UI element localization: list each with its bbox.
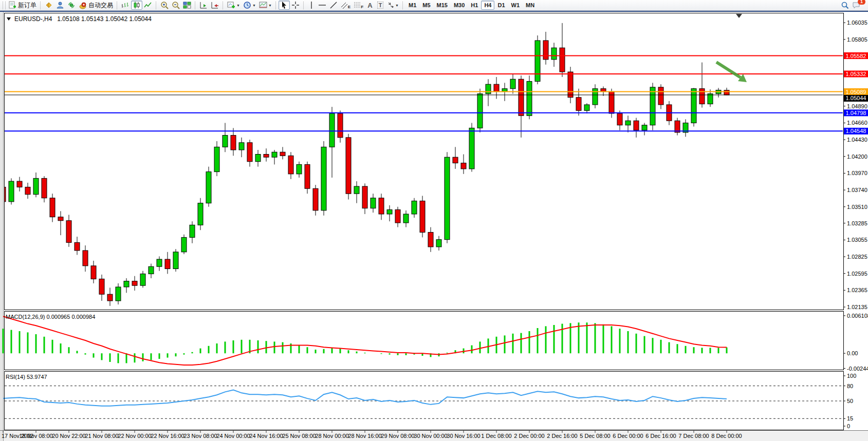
- toolbar-grip[interactable]: [3, 2, 6, 9]
- text-label-tool-icon: T: [377, 2, 384, 9]
- timeframe-buttons: M1M5M15M30H1H4D1W1MN: [405, 1, 538, 10]
- rsi-indicator-label: RSI(14) 53.9747: [6, 374, 47, 380]
- line-chart-icon: [144, 1, 152, 9]
- tile-windows-button[interactable]: [181, 1, 193, 10]
- line-chart-button[interactable]: [142, 1, 154, 10]
- timeframe-button-D1[interactable]: D1: [494, 1, 508, 10]
- svg-text:28 Nov 00:00: 28 Nov 00:00: [315, 433, 348, 439]
- svg-text:1 Dec 08:00: 1 Dec 08:00: [481, 433, 511, 439]
- arrows-tool-icon: [387, 1, 394, 9]
- svg-text:24 Nov 00:00: 24 Nov 00:00: [216, 433, 250, 439]
- timeframe-button-M1[interactable]: M1: [405, 1, 419, 10]
- bar-chart-icon: [121, 1, 130, 9]
- channel-tool-button[interactable]: E: [339, 1, 352, 10]
- timeframe-button-MN[interactable]: MN: [523, 1, 538, 10]
- template-dropdown-icon: ▼: [268, 4, 272, 7]
- crosshair-tool-button[interactable]: [290, 1, 301, 10]
- market-watch-icon: [45, 1, 53, 9]
- chart-window: 1.060351.058051.048901.046601.044301.042…: [0, 11, 868, 441]
- candlestick-chart-icon: [133, 1, 141, 9]
- channel-icon: [341, 1, 348, 9]
- svg-text:1.04430: 1.04430: [847, 137, 867, 143]
- svg-text:29 Nov 08:00: 29 Nov 08:00: [381, 433, 414, 439]
- chart-dropdown-icon[interactable]: [7, 17, 11, 21]
- svg-text:23 Nov 08:00: 23 Nov 08:00: [183, 433, 217, 439]
- zoom-out-button[interactable]: [170, 1, 181, 10]
- zoom-in-button[interactable]: [159, 1, 170, 10]
- svg-text:1.02365: 1.02365: [847, 287, 867, 293]
- vertical-line-tool-button[interactable]: [306, 1, 317, 10]
- chart-ohlc-values: 1.05108 1.05143 1.05042 1.05044: [57, 15, 152, 23]
- svg-text:25 Nov 08:00: 25 Nov 08:00: [282, 433, 316, 439]
- svg-text:22 Nov 00:00: 22 Nov 00:00: [118, 433, 151, 439]
- svg-text:1.04660: 1.04660: [847, 120, 867, 126]
- arrows-tool-button[interactable]: ▼: [385, 1, 400, 10]
- chart-canvas[interactable]: 1.060351.058051.048901.046601.044301.042…: [0, 12, 868, 441]
- auto-scroll-icon: [199, 1, 208, 9]
- svg-text:1.05582: 1.05582: [846, 53, 866, 59]
- svg-text:28 Nov 16:00: 28 Nov 16:00: [348, 433, 381, 439]
- new-order-button[interactable]: 新订单: [7, 1, 38, 10]
- cursor-tool-button[interactable]: [279, 1, 290, 10]
- fibonacci-tool-button[interactable]: F: [352, 1, 365, 10]
- svg-text:15: 15: [847, 415, 853, 421]
- svg-text:1.05089: 1.05089: [846, 89, 866, 95]
- svg-text:0: 0: [847, 423, 850, 429]
- new-order-label: 新订单: [18, 1, 36, 10]
- svg-text:80: 80: [847, 383, 853, 389]
- svg-text:0.006108: 0.006108: [847, 313, 868, 319]
- svg-text:2 Dec 00:00: 2 Dec 00:00: [514, 433, 544, 439]
- svg-text:0.00: 0.00: [847, 350, 858, 356]
- svg-text:8 Dec 00:00: 8 Dec 00:00: [711, 433, 742, 439]
- notifications-button[interactable]: 1: [851, 1, 862, 10]
- svg-text:1.03510: 1.03510: [847, 204, 867, 210]
- cursor-icon: [280, 1, 288, 9]
- svg-text:24 Nov 16:00: 24 Nov 16:00: [249, 433, 283, 439]
- text-tool-button[interactable]: A: [365, 1, 375, 10]
- trendline-tool-button[interactable]: [328, 1, 339, 10]
- text-tool-icon: A: [367, 2, 372, 9]
- svg-text:1.03970: 1.03970: [847, 170, 867, 176]
- market-watch-button[interactable]: [43, 1, 54, 10]
- new-chart-dropdown-icon: ▼: [236, 4, 240, 7]
- svg-text:20 Nov 22:00: 20 Nov 22:00: [52, 433, 85, 439]
- auto-scroll-button[interactable]: [198, 1, 209, 10]
- timeframe-button-M5[interactable]: M5: [419, 1, 433, 10]
- svg-text:50: 50: [847, 398, 853, 404]
- timeframe-button-H1[interactable]: H1: [468, 1, 481, 10]
- profiles-dropdown-icon: ▼: [252, 4, 256, 7]
- timeframe-button-M15[interactable]: M15: [434, 1, 451, 10]
- crosshair-icon: [291, 1, 300, 9]
- svg-text:1.04548: 1.04548: [846, 128, 866, 134]
- tile-windows-icon: [183, 1, 191, 9]
- svg-text:1.04890: 1.04890: [847, 103, 867, 109]
- template-button[interactable]: ▼: [257, 1, 273, 10]
- auto-trading-button[interactable]: 自动交易: [77, 1, 115, 10]
- profiles-button[interactable]: ▼: [242, 1, 257, 10]
- chart-title-bar: EURUSD-,H4 1.05108 1.05143 1.05042 1.050…: [7, 15, 152, 23]
- svg-text:100: 100: [847, 373, 856, 379]
- svg-text:1.05332: 1.05332: [846, 71, 866, 77]
- svg-text:1.02825: 1.02825: [847, 254, 867, 260]
- timeframe-button-H4[interactable]: H4: [481, 1, 494, 10]
- auto-trading-icon: [79, 1, 87, 9]
- candlestick-chart-button[interactable]: [131, 1, 142, 10]
- svg-text:22 Nov 16:00: 22 Nov 16:00: [151, 433, 184, 439]
- new-chart-icon: [227, 1, 235, 9]
- data-window-button[interactable]: [54, 1, 66, 10]
- timeframe-button-W1[interactable]: W1: [508, 1, 523, 10]
- search-button[interactable]: [839, 1, 851, 10]
- macd-indicator-label: MACD(12,26,9) 0.000965 0.000984: [6, 314, 95, 320]
- navigator-button[interactable]: [66, 1, 77, 10]
- zoom-in-icon: [160, 1, 169, 9]
- new-chart-button[interactable]: ▼: [226, 1, 242, 10]
- chart-shift-button[interactable]: [209, 1, 220, 10]
- bar-chart-button[interactable]: [120, 1, 131, 10]
- navigator-icon: [67, 1, 76, 9]
- trendline-icon: [329, 1, 338, 9]
- svg-text:1.02135: 1.02135: [847, 304, 867, 310]
- chart-symbol-period: EURUSD-,H4: [14, 15, 52, 23]
- text-label-tool-button[interactable]: T: [375, 1, 385, 10]
- horizontal-line-tool-button[interactable]: [317, 1, 328, 10]
- timeframe-button-M30[interactable]: M30: [451, 1, 468, 10]
